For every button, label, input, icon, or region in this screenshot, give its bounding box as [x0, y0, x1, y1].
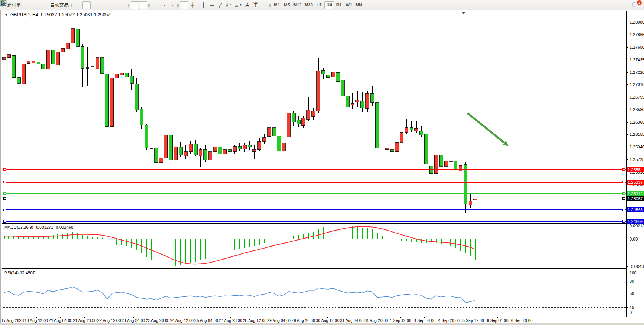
search-button[interactable]	[621, 1, 630, 9]
text-button[interactable]: A	[243, 1, 252, 9]
notifications-button[interactable]: 1	[632, 1, 640, 9]
candle-body	[302, 118, 305, 126]
templates-button[interactable]: ▾	[168, 1, 176, 9]
text-icon: A	[246, 3, 249, 8]
zoom-in-button[interactable]	[102, 1, 110, 9]
price-tick-label: 1.25725	[630, 157, 644, 162]
timeframe-h4-button[interactable]: H4	[324, 1, 334, 9]
level-price-label: 1.24865	[628, 207, 643, 212]
vertical-line-icon: │	[202, 3, 205, 8]
toolbar-grip[interactable]	[148, 2, 150, 8]
level-handle	[4, 193, 6, 195]
auto-scroll-button[interactable]	[131, 1, 139, 9]
tile-windows-button[interactable]	[118, 1, 127, 9]
time-tick-label: 18 Aug 12:00	[24, 318, 48, 323]
candle-body	[218, 147, 222, 154]
new-order-button[interactable]: 新订单	[5, 1, 22, 9]
candle-body	[449, 162, 453, 162]
candle-body	[346, 96, 349, 107]
horizontal-line-button[interactable]: ─	[208, 1, 216, 9]
indicators-button[interactable]: ▾	[151, 1, 159, 9]
timeframe-w1-button[interactable]: W1	[344, 1, 354, 9]
candle-body	[356, 100, 359, 102]
macd-scale-label: -0.004348	[630, 264, 644, 269]
candle-body	[439, 155, 443, 166]
time-tick-label: 23 Aug 20:00	[146, 318, 169, 323]
channel-icon: ⫽	[226, 3, 228, 8]
candle-body	[155, 148, 158, 163]
candle-body	[228, 150, 231, 152]
candle-body	[233, 147, 236, 152]
time-tick-label: 29 Aug 04:00	[267, 318, 291, 323]
line-chart-button[interactable]	[91, 1, 99, 9]
timeframe-mn-button[interactable]: MN	[354, 1, 364, 9]
toolbar-grip[interactable]	[71, 2, 72, 8]
auto-trading-button[interactable]: 自动交易	[48, 1, 70, 9]
chart-shift-button[interactable]	[139, 1, 147, 9]
time-axis[interactable]: 17 Aug 202318 Aug 12:0021 Aug 04:0021 Au…	[1, 317, 532, 323]
candle-body	[41, 64, 45, 69]
chevron-down-icon: ▾	[155, 3, 157, 7]
candle-body	[56, 52, 60, 65]
channel-sub-label: E	[230, 3, 231, 7]
time-tick-label: 17 Aug 2023	[1, 318, 24, 323]
price-axis[interactable]: 1.280801.278651.276501.274351.272201.270…	[626, 20, 644, 187]
time-tick-label: 4 Sep 20:00	[438, 318, 460, 323]
candle-body	[32, 61, 35, 63]
candle-body	[312, 111, 315, 116]
timeframe-m15-button[interactable]: M15	[292, 1, 303, 9]
candle-body	[400, 132, 403, 142]
one-click-toggle-icon[interactable]: ▼	[5, 13, 8, 17]
chevron-down-icon: ▾	[164, 3, 165, 7]
price-tick-label: 1.27865	[630, 32, 644, 37]
profile-button[interactable]	[31, 1, 39, 9]
time-tick-label: 28 Aug 12:00	[243, 318, 266, 323]
time-tick-label: 25 Aug 04:00	[194, 318, 218, 323]
fibonacci-button[interactable]: ≣F	[233, 1, 243, 9]
cursor-button[interactable]	[180, 1, 188, 9]
level-handle	[4, 198, 6, 200]
zoom-out-button[interactable]	[110, 1, 118, 9]
candle-body	[292, 113, 295, 122]
macd-indicator-label: MACD(12,26,9) -0.003273 -0.002468	[4, 225, 73, 229]
candle-body	[336, 72, 340, 82]
candle-body	[366, 93, 369, 108]
trendline-button[interactable]: ╱	[216, 1, 225, 9]
timeframe-m30-button[interactable]: M30	[303, 1, 314, 9]
crosshair-button[interactable]: ┼	[188, 1, 197, 9]
chart-canvas[interactable]: 1.280801.278651.276501.274351.272201.270…	[0, 10, 644, 325]
text-label-button[interactable]: T	[252, 1, 260, 9]
candle-body	[390, 150, 394, 152]
candle-body	[86, 68, 89, 69]
rsi-line	[4, 287, 475, 303]
price-tick-label: 1.26580	[630, 107, 644, 112]
toolbar-grip[interactable]	[177, 2, 179, 8]
candle-body	[273, 128, 276, 136]
candle-body	[100, 58, 104, 73]
timeframe-d1-button[interactable]: D1	[334, 1, 344, 9]
timeframe-m5-button[interactable]: M5	[282, 1, 292, 9]
candle-body	[258, 141, 261, 149]
toolbar-grip[interactable]	[128, 2, 129, 8]
candlestick-chart-button[interactable]	[82, 1, 91, 9]
equidistant-channel-button[interactable]: ⫽E	[225, 1, 233, 9]
periods-button[interactable]: ▾	[159, 1, 168, 9]
timeframe-h1-button[interactable]: H1	[314, 1, 324, 9]
time-tick-label: 22 Aug 12:00	[97, 318, 121, 323]
bar-chart-button[interactable]	[74, 1, 82, 9]
fibo-sub-label: F	[240, 3, 242, 7]
candle-body	[395, 142, 399, 152]
level-price-label: 1.25554	[628, 167, 643, 172]
time-tick-label: 24 Aug 12:00	[170, 318, 194, 323]
signal-button[interactable]	[39, 1, 48, 9]
time-tick-label: 31 Aug 04:00	[340, 318, 363, 323]
arrows-button[interactable]: ▾	[260, 1, 268, 9]
level-lines[interactable]: 1.255541.253391.251421.250571.248651.246…	[3, 167, 644, 224]
vertical-line-button[interactable]: │	[199, 1, 208, 9]
candle-body	[238, 147, 241, 149]
candle-body	[12, 55, 16, 77]
timeframe-m1-button[interactable]: M1	[272, 1, 282, 9]
market-watch-button[interactable]	[22, 1, 31, 9]
candle-body	[434, 155, 438, 174]
toolbar-grip[interactable]	[269, 2, 271, 8]
